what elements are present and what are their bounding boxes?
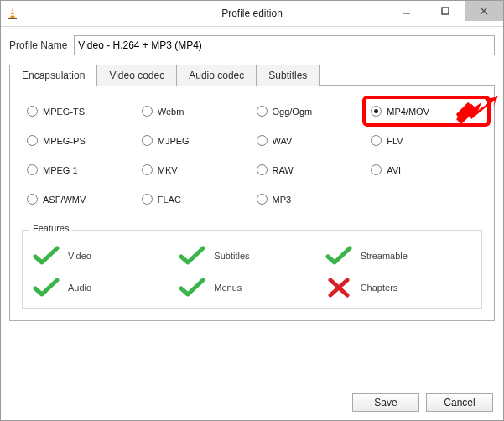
profile-name-label: Profile Name	[9, 39, 67, 51]
tab-audio-codec[interactable]: Audio codec	[176, 65, 257, 86]
check-icon	[33, 278, 60, 298]
check-icon	[179, 278, 205, 298]
feature-video: Video	[33, 246, 179, 266]
radio-circle-icon	[257, 164, 268, 175]
radio-mp3[interactable]: MP3	[257, 194, 363, 205]
window-controls	[387, 1, 503, 26]
features-grid: VideoSubtitlesStreamableAudioMenusChapte…	[33, 241, 471, 298]
radio-label: MPEG 1	[43, 165, 78, 175]
radio-label: Ogg/Ogm	[273, 107, 313, 117]
feature-label: Audio	[68, 283, 91, 293]
radio-circle-icon	[257, 194, 268, 205]
radio-circle-icon	[27, 106, 38, 117]
radio-flac[interactable]: FLAC	[142, 194, 248, 205]
radio-circle-icon	[142, 194, 153, 205]
save-button[interactable]: Save	[352, 393, 419, 412]
minimize-button[interactable]	[387, 1, 426, 21]
radio-mpeg-ts[interactable]: MPEG-TS	[27, 106, 133, 117]
svg-rect-1	[11, 11, 14, 13]
feature-menus: Menus	[179, 278, 325, 298]
radio-mp4-mov[interactable]: MP4/MOV	[371, 106, 477, 117]
features-groupbox: Features VideoSubtitlesStreamableAudioMe…	[22, 230, 482, 309]
radio-circle-icon	[27, 194, 38, 205]
cancel-button[interactable]: Cancel	[426, 393, 493, 412]
radio-mpeg-1[interactable]: MPEG 1	[27, 164, 133, 175]
svg-marker-0	[10, 8, 15, 18]
tabs-container: EncapsulationVideo codecAudio codecSubti…	[9, 64, 495, 321]
tab-subtitles[interactable]: Subtitles	[256, 65, 320, 86]
feature-audio: Audio	[33, 278, 179, 298]
feature-subtitles: Subtitles	[179, 246, 325, 266]
radio-mkv[interactable]: MKV	[142, 164, 248, 175]
radio-label: MP3	[273, 195, 292, 205]
maximize-button[interactable]	[426, 1, 465, 21]
check-icon	[33, 246, 60, 266]
radio-circle-icon	[142, 135, 153, 146]
svg-rect-2	[10, 14, 14, 16]
radio-circle-icon	[142, 106, 153, 117]
radio-avi[interactable]: AVI	[371, 164, 477, 175]
radio-label: Webm	[158, 107, 184, 117]
radio-circle-icon	[27, 164, 38, 175]
tabpage-encapsulation: MPEG-TSWebmOgg/OgmMP4/MOVMPEG-PSMJPEGWAV…	[9, 85, 495, 321]
radio-circle-icon	[257, 106, 268, 117]
radio-label: FLAC	[158, 195, 181, 205]
radio-circle-icon	[27, 135, 38, 146]
radio-label: MPEG-TS	[43, 107, 85, 117]
radio-label: AVI	[387, 165, 401, 175]
tab-encapsulation[interactable]: Encapsulation	[9, 65, 97, 86]
svg-rect-4	[403, 13, 410, 14]
radio-label: MJPEG	[158, 136, 190, 146]
radio-wav[interactable]: WAV	[257, 135, 363, 146]
radio-circle-icon	[371, 164, 382, 175]
tabstrip: EncapsulationVideo codecAudio codecSubti…	[9, 64, 495, 85]
check-icon	[325, 246, 352, 266]
cross-icon	[325, 278, 352, 298]
feature-chapters: Chapters	[325, 278, 471, 298]
feature-label: Chapters	[361, 283, 398, 293]
vlc-cone-icon	[6, 7, 19, 20]
radio-label: MKV	[158, 165, 178, 175]
feature-label: Subtitles	[214, 251, 249, 261]
radio-ogg-ogm[interactable]: Ogg/Ogm	[257, 106, 363, 117]
radio-label: WAV	[273, 136, 293, 146]
radio-label: MP4/MOV	[387, 107, 429, 117]
radio-webm[interactable]: Webm	[142, 106, 248, 117]
radio-label: ASF/WMV	[43, 195, 86, 205]
features-legend: Features	[29, 223, 72, 233]
tab-video-codec[interactable]: Video codec	[96, 65, 177, 86]
feature-streamable: Streamable	[325, 246, 471, 266]
svg-rect-3	[8, 18, 17, 19]
feature-label: Video	[68, 251, 91, 261]
radio-raw[interactable]: RAW	[257, 164, 363, 175]
radio-asf-wmv[interactable]: ASF/WMV	[27, 194, 133, 205]
feature-label: Streamable	[361, 251, 408, 261]
radio-circle-icon	[142, 164, 153, 175]
svg-rect-5	[442, 8, 449, 14]
profile-name-row: Profile Name	[1, 27, 503, 60]
close-button[interactable]	[465, 1, 503, 21]
radio-mpeg-ps[interactable]: MPEG-PS	[27, 135, 133, 146]
feature-label: Menus	[214, 283, 242, 293]
radio-label: FLV	[387, 136, 403, 146]
profile-name-input[interactable]	[74, 35, 495, 55]
check-icon	[179, 246, 205, 266]
radio-circle-icon	[371, 135, 382, 146]
radio-mjpeg[interactable]: MJPEG	[142, 135, 248, 146]
dialog-buttons: Save Cancel	[352, 393, 493, 412]
encapsulation-radio-grid: MPEG-TSWebmOgg/OgmMP4/MOVMPEG-PSMJPEGWAV…	[22, 102, 482, 210]
titlebar: Profile edition	[1, 1, 503, 27]
radio-label: RAW	[273, 165, 294, 175]
window: Profile edition Profile Name Encapsulati…	[0, 0, 504, 421]
radio-label: MPEG-PS	[43, 136, 86, 146]
radio-flv[interactable]: FLV	[371, 135, 477, 146]
radio-circle-icon	[257, 135, 268, 146]
radio-circle-icon	[371, 106, 382, 117]
